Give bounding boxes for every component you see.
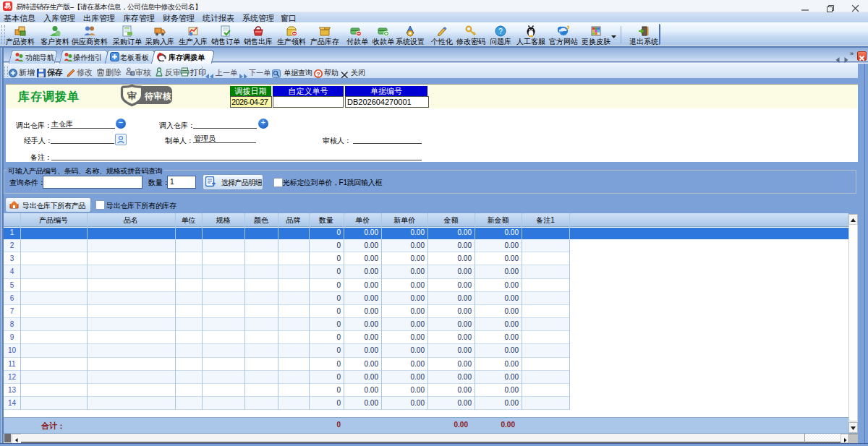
svg-text:?: ? — [316, 71, 320, 78]
svg-text:?: ? — [498, 27, 503, 35]
svg-text:审: 审 — [127, 90, 137, 101]
